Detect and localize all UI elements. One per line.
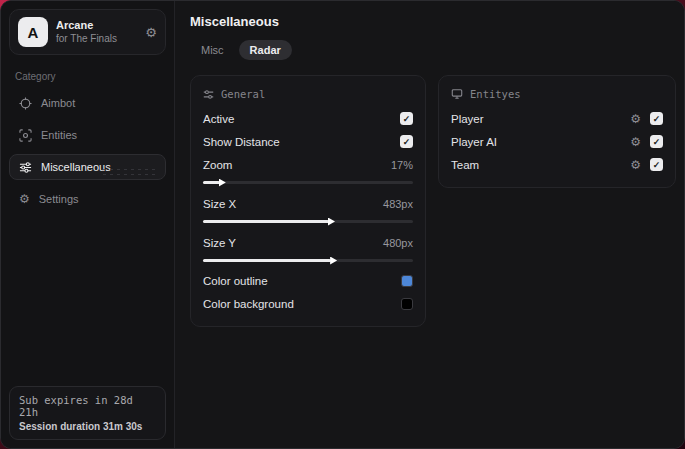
player-ai-gear-icon[interactable]: ⚙ [630,136,641,148]
monitor-icon [451,88,463,100]
zoom-label: Zoom [203,159,232,171]
page-title: Miscellaneous [190,14,676,29]
category-label: Category [15,71,160,82]
session-duration-text: Session duration 31m 30s [19,421,156,432]
slider-thumb[interactable] [328,218,335,226]
color-outline-label: Color outline [203,275,268,287]
color-background-swatch[interactable] [401,298,413,310]
slider-fill [203,181,220,184]
row-player-ai: Player AI ⚙ ✓ [451,131,663,152]
size-x-slider[interactable] [203,216,413,226]
slider-thumb[interactable] [219,179,226,187]
account-card: A Arcane for The Finals ⚙ [9,9,166,55]
color-outline-swatch[interactable] [401,275,413,287]
player-checkbox[interactable]: ✓ [650,112,663,125]
team-checkbox[interactable]: ✓ [650,158,663,171]
slider-fill [203,220,329,223]
size-x-label: Size X [203,198,236,210]
team-gear-icon[interactable]: ⚙ [630,159,641,171]
player-ai-checkbox[interactable]: ✓ [650,135,663,148]
tab-bar: Misc Radar [190,40,676,60]
slider-fill [203,259,331,262]
panel-entities: Entityes Player ⚙ ✓ Player AI ⚙ ✓ [438,75,676,188]
sidebar-item-label: Settings [39,193,79,205]
panel-title: Entityes [470,88,521,100]
row-size-x: Size X 483px [203,193,413,214]
player-controls: ⚙ ✓ [630,112,663,125]
slider-track [203,181,413,184]
row-team: Team ⚙ ✓ [451,154,663,175]
session-card: Sub expires in 28d 21h Session duration … [9,386,166,440]
active-checkbox[interactable]: ✓ [400,112,413,125]
player-gear-icon[interactable]: ⚙ [630,113,641,125]
panel-entities-header: Entityes [451,88,663,100]
team-controls: ⚙ ✓ [630,158,663,171]
gear-icon: ⚙ [19,193,30,205]
sidebar-item-aimbot[interactable]: Aimbot [9,90,166,116]
zoom-slider[interactable] [203,177,413,187]
show-distance-checkbox[interactable]: ✓ [400,135,413,148]
row-size-y: Size Y 480px [203,232,413,253]
panel-title: General [221,88,265,100]
panel-general: General Active ✓ Show Distance ✓ Zoom 17… [190,75,426,327]
account-text: Arcane for The Finals [56,19,117,45]
account-subtitle: for The Finals [56,33,117,46]
sidebar-item-settings[interactable]: ⚙ Settings [9,186,166,212]
player-ai-label: Player AI [451,136,497,148]
active-label: Active [203,113,234,125]
sidebar-item-label: Aimbot [41,97,75,109]
sidebar-item-entities[interactable]: Entities [9,122,166,148]
row-player: Player ⚙ ✓ [451,108,663,129]
tab-radar[interactable]: Radar [239,40,292,60]
sidebar-item-label: Entities [41,129,77,141]
sliders-small-icon [203,89,214,100]
app-logo: A [18,17,48,47]
sidebar: A Arcane for The Finals ⚙ Category Aimbo… [1,1,175,448]
sliders-icon [19,161,32,174]
sub-expires-text: Sub expires in 28d 21h [19,394,156,418]
app-window: A Arcane for The Finals ⚙ Category Aimbo… [0,0,685,449]
tab-misc[interactable]: Misc [190,40,235,60]
show-distance-label: Show Distance [203,136,280,148]
row-color-background: Color background [203,293,413,314]
sidebar-item-miscellaneous[interactable]: Miscellaneous [9,154,166,180]
player-ai-controls: ⚙ ✓ [630,135,663,148]
row-active: Active ✓ [203,108,413,129]
row-show-distance: Show Distance ✓ [203,131,413,152]
sidebar-nav: Aimbot Entities Miscellaneous ⚙ [9,90,166,212]
content: General Active ✓ Show Distance ✓ Zoom 17… [190,75,676,327]
scan-icon [19,129,32,142]
color-background-label: Color background [203,298,294,310]
main-area: Miscellaneous Misc Radar General Active [175,1,685,448]
size-x-value: 483px [383,198,413,210]
dots-decoration [101,167,159,177]
row-zoom: Zoom 17% [203,154,413,175]
account-gear-icon[interactable]: ⚙ [145,26,157,39]
row-color-outline: Color outline [203,270,413,291]
backdrop: A Arcane for The Finals ⚙ Category Aimbo… [0,0,685,449]
zoom-value: 17% [391,159,413,171]
player-label: Player [451,113,484,125]
size-y-value: 480px [383,237,413,249]
crosshair-icon [19,97,32,110]
panel-general-header: General [203,88,413,100]
size-y-label: Size Y [203,237,236,249]
slider-thumb[interactable] [330,257,337,265]
account-title: Arcane [56,19,117,33]
team-label: Team [451,159,479,171]
size-y-slider[interactable] [203,255,413,265]
